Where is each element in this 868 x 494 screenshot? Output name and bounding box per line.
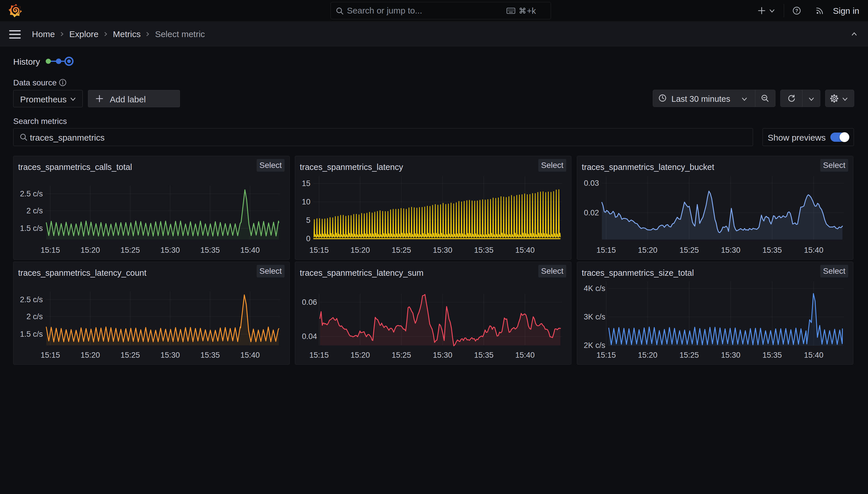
- svg-text:?: ?: [795, 8, 798, 13]
